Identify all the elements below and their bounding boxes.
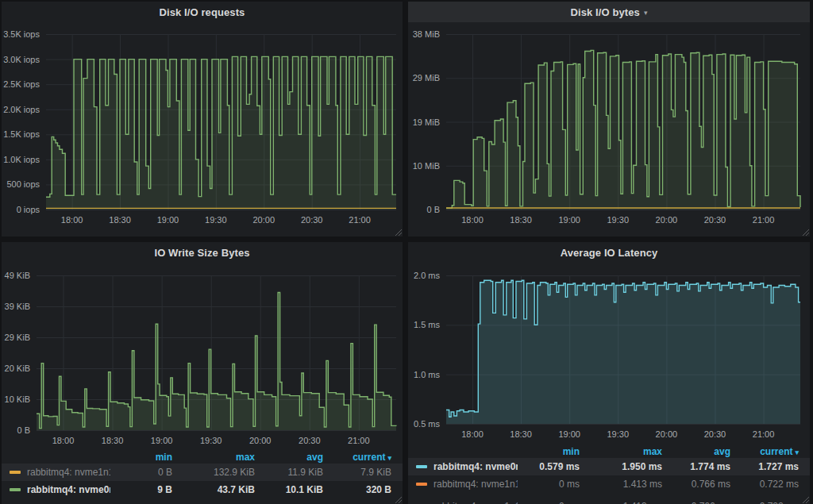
chart-disk-io-requests[interactable]: 0 iops500 iops1.0K iops1.5K iops2.0K iop… <box>2 22 403 237</box>
legend-series: rabbitmq4: nvme1n1: write <box>10 467 110 478</box>
legend-row: rabbitmq4: nvme0n1: write9 B43.7 KiB10.1… <box>2 481 403 498</box>
legend-row: rabbitmq4: nvme1n1: write0 ms1.413 ms0.7… <box>408 498 810 504</box>
x-tick-label: 20:30 <box>687 429 742 439</box>
dropdown-caret-icon[interactable]: ▾ <box>644 8 648 17</box>
legend-value-avg: 11.9 KiB <box>255 467 323 478</box>
panel-title: Average IO Latency <box>561 247 658 259</box>
x-tick-label: 18:30 <box>85 436 141 445</box>
legend-value-min: 9 B <box>110 484 172 495</box>
y-tick-label: 1.5 ms <box>408 320 440 329</box>
legend-value-current: 7.9 KiB <box>323 467 391 478</box>
legend-value-avg: 10.1 KiB <box>255 484 323 495</box>
panel-header[interactable]: Average IO Latency <box>408 242 810 263</box>
legend-column-max[interactable]: max <box>580 446 662 457</box>
legend-column-current[interactable]: current▾ <box>323 452 391 463</box>
legend-header: minmaxavgcurrent▾ <box>2 451 403 464</box>
legend-series: rabbitmq4: nvme0n1: write <box>416 461 518 472</box>
legend-series: rabbitmq4: nvme1n1: write <box>416 479 518 490</box>
chart-canvas[interactable] <box>2 261 403 451</box>
series-swatch-icon[interactable] <box>416 483 427 486</box>
legend-column-min[interactable]: min <box>110 452 172 463</box>
x-tick-label: 18:00 <box>36 436 91 445</box>
panel-title: Disk I/O bytes <box>571 6 640 18</box>
chart-canvas[interactable] <box>2 22 403 237</box>
legend-value-min: 0 B <box>110 467 172 478</box>
x-tick-label: 20:30 <box>687 215 742 225</box>
x-tick-label: 21:00 <box>331 436 387 445</box>
y-tick-label: 2.5K iops <box>2 79 40 89</box>
y-tick-label: 3.0K iops <box>2 55 40 64</box>
legend-value-max: 43.7 KiB <box>172 484 255 495</box>
x-tick-label: 20:30 <box>282 436 337 445</box>
legend-column-avg[interactable]: avg <box>255 452 323 463</box>
series-swatch-icon[interactable] <box>10 488 21 491</box>
series-label[interactable]: rabbitmq4: nvme1n1: write <box>27 467 110 478</box>
panel-header[interactable]: Disk I/O requests <box>2 2 403 22</box>
y-tick-label: 29 MiB <box>408 73 440 83</box>
y-tick-label: 3.5K iops <box>2 29 40 39</box>
series-swatch-icon[interactable] <box>416 465 427 468</box>
chart-average-io-latency[interactable]: 0.5 ms1.0 ms1.5 ms2.0 ms18:0018:3019:001… <box>408 261 810 445</box>
x-tick-label: 19:30 <box>590 429 645 439</box>
legend-column-max[interactable]: max <box>172 452 255 463</box>
legend-column-avg[interactable]: avg <box>662 446 730 457</box>
legend-value-min: 0.579 ms <box>518 461 580 472</box>
x-tick-label: 21:00 <box>332 215 387 225</box>
y-tick-label: 500 iops <box>2 179 40 189</box>
chart-canvas[interactable] <box>408 22 810 237</box>
chart-canvas[interactable] <box>408 261 810 445</box>
series-swatch-icon[interactable] <box>10 471 21 474</box>
x-tick-label: 20:00 <box>638 429 694 439</box>
x-tick-label: 19:00 <box>541 215 597 225</box>
legend-value-min: 0 ms <box>518 501 580 504</box>
legend-value-current: 320 B <box>323 484 391 495</box>
y-tick-label: 1.5K iops <box>2 129 40 139</box>
x-tick-label: 21:00 <box>736 215 792 225</box>
panel-header[interactable]: Disk I/O bytes ▾ <box>408 2 810 22</box>
sort-caret-icon: ▾ <box>795 448 799 456</box>
series-fill <box>446 280 800 424</box>
legend-value-current: 0.722 ms <box>730 501 799 504</box>
sort-caret-icon: ▾ <box>387 454 391 462</box>
series-label[interactable]: rabbitmq4: nvme1n1: write <box>433 479 518 490</box>
chart-io-write-size-bytes[interactable]: 0 B10 KiB20 KiB29 KiB39 KiB49 KiB18:0018… <box>2 261 403 451</box>
x-tick-label: 18:00 <box>445 215 500 225</box>
x-tick-label: 21:00 <box>736 429 792 439</box>
legend-value-max: 1.950 ms <box>580 461 662 472</box>
y-tick-label: 0 iops <box>2 205 40 214</box>
legend-value-avg: 1.774 ms <box>662 461 730 472</box>
panel-average-io-latency: Average IO Latency 0.5 ms1.0 ms1.5 ms2.0… <box>408 242 810 504</box>
panel-disk-io-requests: Disk I/O requests 0 iops500 iops1.0K iop… <box>2 2 403 237</box>
legend-row: rabbitmq4: nvme1n1: write0 B132.9 KiB11.… <box>2 464 403 481</box>
y-tick-label: 19 MiB <box>408 117 440 127</box>
legend-value-min: 0 ms <box>518 479 580 490</box>
y-tick-label: 2.0K iops <box>2 105 40 114</box>
x-tick-label: 19:00 <box>134 436 190 445</box>
legend-value-max: 132.9 KiB <box>172 467 255 478</box>
y-tick-label: 10 KiB <box>2 394 30 404</box>
series-fill <box>37 293 396 431</box>
legend-column-current[interactable]: current▾ <box>730 446 799 457</box>
legend-average-io-latency: minmaxavgcurrent▾rabbitmq4: nvme0n1: wri… <box>408 445 810 504</box>
x-tick-label: 18:30 <box>493 215 549 225</box>
y-tick-label: 29 KiB <box>2 333 30 342</box>
legend-row: rabbitmq4: nvme0n1: write0.579 ms1.950 m… <box>408 458 810 475</box>
x-tick-label: 20:00 <box>638 215 694 225</box>
y-tick-label: 10 MiB <box>408 161 440 171</box>
legend-io-write-size-bytes: minmaxavgcurrent▾rabbitmq4: nvme1n1: wri… <box>2 451 403 504</box>
y-tick-label: 2.0 ms <box>408 271 440 280</box>
panel-header[interactable]: IO Write Size Bytes <box>2 242 403 263</box>
series-label[interactable]: rabbitmq4: nvme0n1: write <box>27 484 110 495</box>
legend-column-min[interactable]: min <box>518 446 580 457</box>
y-tick-label: 0 B <box>2 425 30 435</box>
y-tick-label: 49 KiB <box>2 271 30 280</box>
y-tick-label: 1.0K iops <box>2 155 40 164</box>
series-label[interactable]: rabbitmq4: nvme0n1: write <box>433 461 518 472</box>
panel-title: IO Write Size Bytes <box>154 247 249 259</box>
legend-value-current: 1.727 ms <box>730 461 799 472</box>
legend-series: rabbitmq4: nvme1n1: write <box>416 501 518 504</box>
x-tick-label: 19:00 <box>541 429 597 439</box>
series-label[interactable]: rabbitmq4: nvme1n1: write <box>433 501 518 504</box>
x-tick-label: 19:30 <box>590 215 645 225</box>
chart-disk-io-bytes[interactable]: 0 B10 MiB19 MiB29 MiB38 MiB18:0018:3019:… <box>408 22 810 237</box>
